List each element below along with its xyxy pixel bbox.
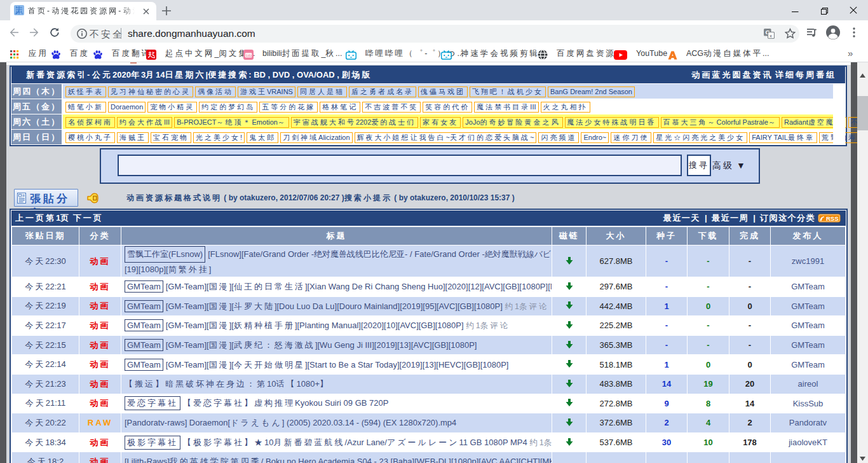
svg-text:LuLu: LuLu — [246, 53, 253, 57]
svg-text:x: x — [770, 33, 772, 39]
svg-text:RSS: RSS — [826, 215, 839, 222]
